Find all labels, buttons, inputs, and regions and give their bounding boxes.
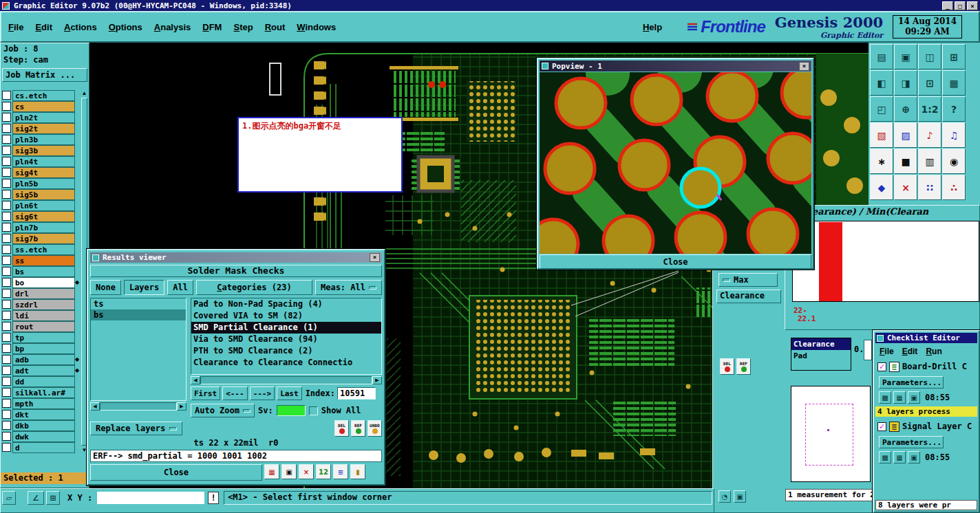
filter-all-button[interactable]: All bbox=[167, 280, 193, 295]
right-toolbar-button[interactable]: ◆ bbox=[870, 175, 893, 200]
layer-visibility-checkbox[interactable] bbox=[2, 399, 11, 408]
right-toolbar-button[interactable]: ■ bbox=[894, 149, 917, 174]
show-all-checkbox[interactable] bbox=[309, 406, 318, 415]
layer-row[interactable]: bo ◆ bbox=[1, 277, 81, 288]
layer-row[interactable]: pln5b bbox=[1, 178, 81, 189]
results-tool-button[interactable]: ▣ bbox=[281, 464, 297, 479]
layer-row[interactable]: szdrl bbox=[1, 299, 81, 310]
next-button[interactable]: ---> bbox=[250, 386, 275, 400]
right-toolbar-button[interactable]: ◫ bbox=[918, 44, 941, 69]
right-toolbar-button[interactable]: ♪ bbox=[918, 122, 941, 148]
layer-visibility-checkbox[interactable] bbox=[2, 311, 11, 320]
meas-option-menu[interactable]: Meas: All bbox=[315, 280, 382, 295]
layer-row[interactable]: pln2t bbox=[1, 112, 81, 123]
layer-row[interactable]: adt ◆ bbox=[1, 365, 81, 376]
right-toolbar-button[interactable]: ⊕ bbox=[894, 96, 917, 122]
menu-item[interactable]: Edit bbox=[902, 347, 918, 356]
layer-visibility-checkbox[interactable] bbox=[2, 300, 11, 309]
checklist-item[interactable]: ✓ ≣ Signal Layer C bbox=[875, 419, 977, 433]
layer-visibility-checkbox[interactable] bbox=[2, 289, 11, 298]
layer-row[interactable]: pln3b bbox=[1, 134, 81, 145]
layer-row[interactable]: sig3b bbox=[1, 145, 81, 156]
right-toolbar-button[interactable]: 1:2 bbox=[918, 96, 941, 122]
menu-item[interactable]: Edit bbox=[35, 22, 52, 32]
close-icon[interactable]: × bbox=[370, 253, 380, 262]
layer-row[interactable]: pln4t bbox=[1, 156, 81, 167]
status-tool-button[interactable]: ▩ bbox=[879, 451, 891, 463]
filter-none-button[interactable]: None bbox=[90, 280, 121, 295]
layer-visibility-checkbox[interactable] bbox=[2, 366, 11, 375]
right-toolbar-button[interactable]: ? bbox=[942, 96, 966, 122]
last-button[interactable]: Last bbox=[277, 386, 302, 400]
right-toolbar-button[interactable]: ♫ bbox=[942, 122, 966, 148]
layer-row[interactable]: dwk bbox=[1, 431, 81, 442]
right-toolbar-button[interactable]: ∗ bbox=[870, 149, 893, 174]
auto-zoom-option-menu[interactable]: Auto Zoom bbox=[191, 404, 255, 417]
popview-close-button[interactable]: Close bbox=[540, 254, 811, 269]
layer-visibility-checkbox[interactable] bbox=[2, 377, 11, 386]
layer-visibility-checkbox[interactable] bbox=[2, 190, 11, 199]
layer-row[interactable]: rout bbox=[1, 321, 81, 332]
index-field[interactable]: 10591 bbox=[337, 387, 376, 400]
layer-visibility-checkbox[interactable] bbox=[2, 157, 11, 166]
measure-tool-button[interactable]: ▣ bbox=[734, 490, 746, 503]
layer-visibility-checkbox[interactable] bbox=[2, 223, 11, 232]
layer-visibility-checkbox[interactable] bbox=[2, 333, 11, 342]
layer-row[interactable]: ldi bbox=[1, 310, 81, 321]
category-list-item[interactable]: Covered VIA to SM (82) bbox=[191, 310, 381, 322]
scroll-left-icon[interactable]: ◀ bbox=[90, 402, 100, 411]
measure-preview[interactable] bbox=[791, 386, 871, 482]
clearance-pad-box[interactable]: Clearance Pad bbox=[791, 338, 851, 371]
menu-item[interactable]: Analysis bbox=[154, 22, 191, 32]
layer-row[interactable]: dkb bbox=[1, 420, 81, 431]
results-category-list[interactable]: Pad to Non-Pad Spacing (4)Covered VIA to… bbox=[191, 298, 382, 375]
scroll-up-icon[interactable]: ▲ bbox=[82, 90, 87, 96]
layer-row[interactable]: drl bbox=[1, 288, 81, 299]
categories-button[interactable]: Categories (23) bbox=[196, 280, 312, 295]
status-tool-button[interactable]: ▣ bbox=[908, 451, 920, 463]
checklist-item[interactable]: ✓ ≣ Board-Drill C bbox=[875, 360, 977, 373]
results-close-button[interactable]: Close bbox=[90, 464, 262, 481]
max-option-menu[interactable]: Max bbox=[718, 273, 778, 287]
close-icon[interactable]: × bbox=[799, 62, 809, 71]
layer-row[interactable]: ss bbox=[1, 255, 81, 266]
results-tool-button[interactable]: ▦ bbox=[264, 464, 279, 479]
right-toolbar-button[interactable]: ▨ bbox=[894, 122, 917, 148]
clearance-value-field[interactable] bbox=[864, 340, 872, 360]
results-tool-button[interactable]: × bbox=[299, 464, 314, 479]
right-toolbar-button[interactable]: ◧ bbox=[870, 70, 893, 96]
scroll-right-icon[interactable]: ▶ bbox=[177, 402, 187, 411]
right-toolbar-button[interactable]: ∷ bbox=[918, 175, 941, 200]
menu-item[interactable]: Windows bbox=[297, 22, 336, 32]
item-checkbox[interactable]: ✓ bbox=[877, 422, 886, 431]
layer-visibility-checkbox[interactable] bbox=[2, 267, 11, 276]
layer-visibility-checkbox[interactable] bbox=[2, 410, 11, 419]
layer-visibility-checkbox[interactable] bbox=[2, 113, 11, 122]
layer-visibility-checkbox[interactable] bbox=[2, 146, 11, 155]
layer-row[interactable]: cs bbox=[1, 101, 81, 112]
minimize-icon[interactable]: _ bbox=[942, 1, 953, 10]
layer-visibility-checkbox[interactable] bbox=[2, 245, 11, 254]
micro-tool-button[interactable]: DEL bbox=[334, 420, 349, 437]
menu-item[interactable]: File bbox=[880, 347, 894, 356]
layer-row[interactable]: adb ◆ bbox=[1, 354, 81, 365]
scroll-track[interactable] bbox=[100, 402, 177, 411]
layer-row[interactable]: d bbox=[1, 442, 81, 453]
layer-visibility-checkbox[interactable] bbox=[2, 344, 11, 353]
layer-list-scrollbar[interactable]: ◀ ▶ bbox=[90, 402, 187, 411]
micro-tool-button[interactable]: DEL bbox=[720, 358, 734, 375]
layer-row[interactable]: dkt bbox=[1, 409, 81, 420]
menu-item[interactable]: Step bbox=[233, 22, 253, 32]
layer-row[interactable]: sig2t bbox=[1, 123, 81, 134]
right-toolbar-button[interactable]: ◰ bbox=[870, 96, 893, 122]
layer-visibility-checkbox[interactable] bbox=[2, 124, 11, 133]
layer-visibility-checkbox[interactable] bbox=[2, 179, 11, 188]
layer-visibility-checkbox[interactable] bbox=[2, 432, 11, 441]
micro-tool-button[interactable]: REF bbox=[736, 358, 751, 375]
sv-color-swatch[interactable] bbox=[277, 405, 306, 416]
layer-visibility-checkbox[interactable] bbox=[2, 256, 11, 265]
menu-item[interactable]: Options bbox=[109, 22, 142, 32]
results-titlebar[interactable]: Results viewer × bbox=[90, 252, 382, 263]
menu-item-help[interactable]: Help bbox=[643, 22, 662, 32]
statusbar-tool-button[interactable]: ▱ bbox=[2, 491, 16, 505]
